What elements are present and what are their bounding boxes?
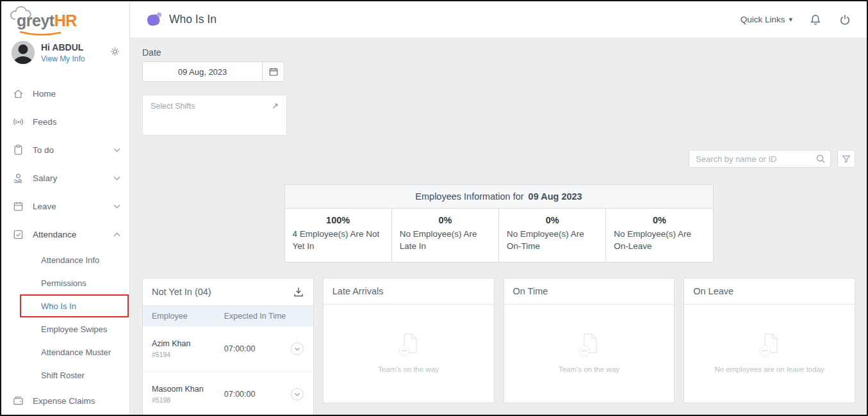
view-my-info-link[interactable]: View My Info [41,54,85,63]
sidebar-item-todo[interactable]: To do [1,136,129,164]
chevron-up-icon [113,232,120,237]
calendar-icon [268,67,279,77]
sidebar-subitem-label: Attendance Muster [41,348,111,357]
empty-state-text: No employees are on leave today [714,365,824,373]
app-window: greytHR Hi ABDUL View My Info [0,0,868,416]
empty-state: Team's on the way [323,305,494,401]
sidebar-item-label: Expense Claims [33,396,95,406]
attendance-checkbox-icon [12,228,24,241]
settings-gear-icon[interactable] [110,46,120,57]
stat-percent: 0% [507,215,598,225]
sidebar-subitem-label: Employee Swipes [41,324,107,334]
sidebar-item-label: To do [33,145,54,155]
filter-funnel-icon [842,154,851,164]
row-expand-button[interactable] [285,387,304,401]
card-title: Late Arrivals [332,286,384,296]
salary-icon [12,172,24,184]
employee-id: #5194 [152,351,224,358]
stat-label: 4 Employee(s) Are Not Yet In [293,228,384,253]
calendar-button[interactable] [262,62,284,81]
stat-percent: 100% [293,215,384,225]
avatar[interactable] [12,41,35,64]
main-content: Date Select Shifts ↗ [130,38,867,415]
empty-state: Team's on the way [504,305,675,401]
user-section: Hi ABDUL View My Info [1,36,129,70]
empty-document-icon [755,332,784,358]
active-item-highlight: Who Is In [20,294,129,317]
search-input[interactable] [689,150,831,168]
main-area: Who Is In Quick Links ▾ [130,1,867,415]
card-header: Late Arrivals [323,278,494,305]
user-greeting: Hi ABDUL [41,42,85,52]
quick-links-label: Quick Links [741,15,785,24]
sidebar-item-expense-claims[interactable]: Expense Claims [1,387,129,415]
filter-button[interactable] [837,150,855,168]
employee-id: #5198 [152,396,224,404]
stat-label: No Employee(s) Are On-Leave [614,228,705,253]
shift-select-placeholder: Select Shifts [151,102,195,111]
chevron-down-icon [113,148,120,152]
row-expand-button[interactable] [285,342,304,356]
logo-text: greytHR [17,12,77,30]
person-silhouette-icon [12,41,35,64]
bell-icon [809,13,822,26]
sidebar-nav: Home Feeds To do [1,79,129,415]
sidebar-subitem-attendance-info[interactable]: Attendance Info [1,248,129,271]
empty-state: No employees are on leave today [684,305,855,401]
column-employee: Employee [152,312,224,321]
greythr-logo: greytHR [1,1,129,36]
download-button[interactable] [293,286,304,298]
logout-power-button[interactable] [839,13,851,26]
search-icon [815,154,826,164]
stat-percent: 0% [614,215,705,225]
card-header: On Time [504,278,675,305]
chevron-down-icon [113,176,120,180]
sidebar-item-leave[interactable]: Leave [1,192,129,220]
empty-document-icon [394,332,423,358]
sidebar-subitem-who-is-in[interactable]: Who Is In [21,296,127,316]
sidebar-item-attendance[interactable]: Attendance [1,220,129,248]
sidebar-subitem-shift-roster[interactable]: Shift Roster [1,364,129,387]
employees-information-panel: Employees Information for 09 Aug 2023 10… [284,184,714,262]
quick-links-menu[interactable]: Quick Links ▾ [741,15,792,24]
chevron-down-circle-icon [290,342,304,356]
sidebar-subitem-label: Permissions [41,278,86,288]
shift-select[interactable]: Select Shifts ↗ [142,95,287,136]
search-row [142,150,855,168]
sidebar-subitem-label: Shift Roster [41,371,85,380]
column-expected-in-time: Expected In Time [224,312,304,321]
page-title: Who Is In [169,13,217,26]
date-label: Date [142,47,855,58]
clipboard-icon [12,144,24,156]
sidebar-subitem-attendance-muster[interactable]: Attendance Muster [1,340,129,364]
sidebar: greytHR Hi ABDUL View My Info [1,1,130,415]
sidebar-subitem-permissions[interactable]: Permissions [1,271,129,294]
sidebar-item-feeds[interactable]: Feeds [1,108,129,136]
sidebar-item-label: Leave [33,202,56,211]
card-on-time: On Time Team's on the way [504,278,675,403]
caret-down-icon: ▾ [789,15,792,24]
stat-on-leave: 0% No Employee(s) Are On-Leave [605,209,712,262]
feeds-icon [12,116,24,128]
employee-cell: Masoom Khan #5198 [152,385,224,404]
table-row: Masoom Khan #5198 07:00:00 [143,372,313,415]
sidebar-item-label: Home [33,89,56,99]
status-cards-row: Not Yet In (04) Employee Expected In Tim… [142,278,855,415]
employee-name: Azim Khan [152,339,224,348]
sidebar-item-salary[interactable]: Salary [1,164,129,192]
employee-cell: Azim Khan #5194 [152,339,224,358]
search-box [689,150,831,168]
employees-information-title: Employees Information for 09 Aug 2023 [285,185,713,209]
topbar-right: Quick Links ▾ [741,13,851,26]
chevron-down-icon [113,204,120,209]
card-header: On Leave [684,278,855,305]
logo-swoosh [19,31,61,36]
stat-not-yet-in: 100% 4 Employee(s) Are Not Yet In [285,209,391,262]
stat-percent: 0% [400,215,491,225]
empty-document-icon [574,332,603,358]
sidebar-item-home[interactable]: Home [1,79,129,108]
date-input[interactable] [143,62,262,81]
sidebar-subitem-employee-swipes[interactable]: Employee Swipes [1,317,129,340]
card-title: Not Yet In (04) [152,287,211,297]
notifications-bell-button[interactable] [809,13,822,26]
